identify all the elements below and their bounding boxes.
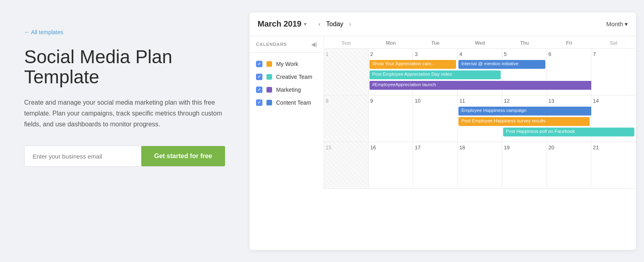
email-input[interactable] — [25, 146, 141, 166]
cell-w3-4[interactable]: 19 — [502, 142, 547, 188]
left-panel: ← All templates Social Media Plan Templa… — [8, 12, 233, 183]
cell-w3-0[interactable]: 15 — [324, 142, 369, 188]
day-header-sun: Sun — [324, 36, 369, 48]
color-dot-creative — [266, 74, 272, 80]
calendar-body: CALENDARS ◀| My Work Creative Team — [250, 36, 636, 189]
sidebar-label-marketing: Marketing — [276, 87, 301, 93]
calendar-title: March 2019 ▾ — [258, 19, 306, 29]
view-selector[interactable]: Month ▾ — [606, 21, 628, 28]
sidebar-label-content: Content Team — [276, 99, 311, 106]
cell-w1-1[interactable]: 2 — [369, 49, 413, 95]
color-dot-marketing — [266, 87, 272, 93]
day-header-sat: Sat — [591, 36, 636, 48]
check-marketing — [256, 87, 262, 93]
day-header-thu: Thu — [502, 36, 547, 48]
cell-w3-3[interactable]: 18 — [458, 142, 502, 188]
page-description: Create and manage your social media mark… — [24, 97, 225, 130]
cell-w1-5[interactable]: 6 — [547, 49, 592, 95]
sidebar-item-content[interactable]: Content Team — [250, 96, 324, 109]
color-dot-content — [266, 100, 272, 105]
sidebar-header: CALENDARS ◀| — [250, 36, 324, 53]
day-header-mon: Mon — [369, 36, 413, 48]
back-link[interactable]: ← All templates — [24, 29, 63, 35]
view-label: Month — [606, 21, 623, 27]
cell-w2-4[interactable]: 12 — [502, 95, 547, 142]
view-arrow: ▾ — [625, 21, 628, 28]
sidebar-collapse-icon[interactable]: ◀| — [311, 41, 317, 47]
calendar-panel: March 2019 ▾ ‹ Today › Month ▾ CALENDARS… — [250, 12, 636, 250]
cell-w1-2[interactable]: 3 — [413, 49, 458, 95]
email-form: Get started for free — [24, 146, 225, 167]
sidebar-title: CALENDARS — [256, 42, 287, 47]
cell-w2-1[interactable]: 9 — [369, 95, 413, 142]
sidebar-label-creative: Creative Team — [276, 74, 312, 80]
week-3: 15 16 17 18 19 20 21 — [324, 142, 636, 189]
check-mywork — [256, 61, 262, 67]
cell-w3-5[interactable]: 20 — [547, 142, 592, 188]
next-month-button[interactable]: › — [347, 19, 353, 29]
cell-w2-3[interactable]: 11 — [458, 95, 502, 142]
calendar-title-arrow: ▾ — [304, 21, 306, 27]
sidebar-item-mywork[interactable]: My Work — [250, 58, 324, 70]
cell-w3-6[interactable]: 21 — [591, 142, 636, 188]
calendar-header: March 2019 ▾ ‹ Today › Month ▾ — [250, 12, 636, 36]
color-dot-mywork — [266, 61, 272, 67]
cell-w1-0[interactable]: 1 — [324, 49, 369, 95]
cell-w2-6[interactable]: 14 — [591, 95, 636, 142]
sidebar-item-marketing[interactable]: Marketing — [250, 83, 324, 96]
sidebar-item-creative[interactable]: Creative Team — [250, 70, 324, 83]
cell-w2-0[interactable]: 8 — [324, 95, 369, 142]
nav-group: ‹ Today › — [316, 19, 353, 29]
calendar-grid: Sun Mon Tue Wed Thu Fri Sat 1 2 3 4 5 — [324, 36, 636, 189]
day-header-tue: Tue — [413, 36, 458, 48]
cell-w3-1[interactable]: 16 — [369, 142, 413, 188]
calendar-sidebar: CALENDARS ◀| My Work Creative Team — [250, 36, 324, 189]
check-creative — [256, 74, 262, 80]
cell-w2-5[interactable]: 13 — [547, 95, 592, 142]
cta-button[interactable]: Get started for free — [141, 146, 225, 166]
day-header-wed: Wed — [458, 36, 502, 48]
sidebar-items: My Work Creative Team Marketing — [250, 53, 324, 114]
page-title: Social Media Plan Template — [24, 47, 225, 87]
day-header-fri: Fri — [547, 36, 592, 48]
cell-w1-3[interactable]: 4 — [458, 49, 502, 95]
today-label: Today — [326, 21, 343, 28]
days-header: Sun Mon Tue Wed Thu Fri Sat — [324, 36, 636, 49]
prev-month-button[interactable]: ‹ — [316, 19, 323, 29]
sidebar-label-mywork: My Work — [276, 61, 298, 67]
cell-w3-2[interactable]: 17 — [413, 142, 458, 188]
check-content — [256, 99, 262, 106]
cell-w1-4[interactable]: 5 — [502, 49, 547, 95]
calendar-month-title: March 2019 — [258, 19, 301, 29]
week-2: 8 9 10 11 12 13 14 Employee Happiness ca… — [324, 95, 636, 142]
cell-w2-2[interactable]: 10 — [413, 95, 458, 142]
page-container: ← All templates Social Media Plan Templa… — [8, 12, 636, 250]
cell-w1-6[interactable]: 7 — [591, 49, 636, 95]
week-1: 1 2 3 4 5 6 7 Show Your Appreciation cam… — [324, 49, 636, 95]
